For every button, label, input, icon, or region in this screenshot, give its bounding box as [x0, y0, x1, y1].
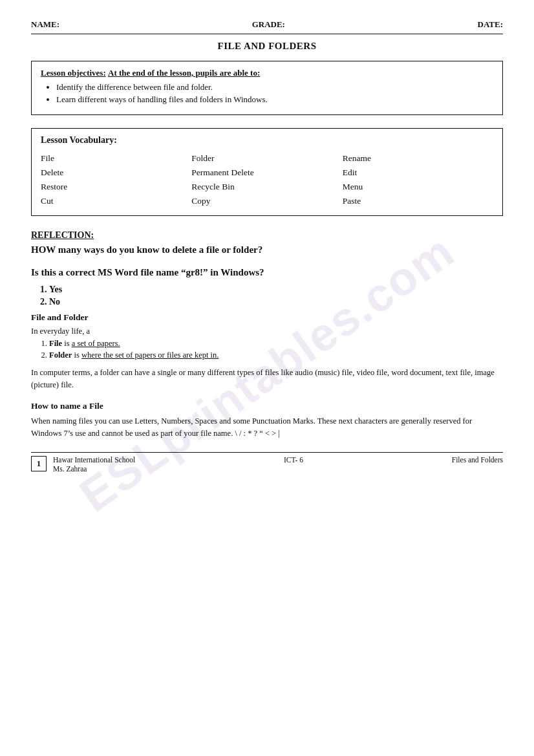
file-folder-title: File and Folder	[31, 312, 503, 323]
vocabulary-grid: File Folder Rename Delete Permanent Dele…	[41, 153, 493, 206]
vocab-word-8: Menu	[343, 182, 493, 192]
vocab-word-11: Paste	[343, 196, 493, 206]
how-to-name-section: How to name a File When naming files you…	[31, 401, 503, 440]
def-folder-bold: Folder	[49, 351, 72, 360]
objectives-intro-text: At the end of the lesson, pupils are abl…	[108, 68, 260, 78]
footer-school: Hawar International School	[53, 456, 135, 464]
def-file-bold: File	[49, 339, 62, 348]
answer-no: No	[49, 297, 503, 307]
footer-col-school: Hawar International School Ms. Zahraa	[53, 456, 135, 473]
name-label: NAME:	[31, 19, 59, 30]
objectives-label: Lesson objectives:	[41, 68, 106, 78]
vocab-word-1: Folder	[191, 153, 342, 164]
vocab-word-7: Recycle Bin	[191, 182, 342, 192]
def-file-underline: a set of papers.	[72, 339, 120, 348]
answer-list: Yes No	[31, 285, 503, 307]
msword-question: Is this a correct MS Word file name “gr8…	[31, 267, 503, 278]
vocabulary-box: Lesson Vocabulary: File Folder Rename De…	[31, 128, 503, 216]
def-file: File is a set of papers.	[49, 339, 503, 349]
footer-col-topic: Files and Folders	[452, 456, 503, 473]
page-number: 1	[31, 456, 47, 471]
footer-col-subject: ICT- 6	[284, 456, 303, 473]
file-folder-intro: In everyday life, a	[31, 327, 503, 336]
vocab-word-3: Delete	[41, 167, 191, 178]
answer-yes: Yes	[49, 285, 503, 295]
vocab-word-2: Rename	[343, 153, 493, 164]
vocab-word-10: Copy	[191, 196, 342, 206]
how-to-name-title: How to name a File	[31, 401, 503, 411]
file-folder-paragraph: In computer terms, a folder can have a s…	[31, 367, 503, 392]
definitions-list: File is a set of papers. Folder is where…	[31, 339, 503, 360]
def-folder-text: is	[72, 351, 81, 360]
file-folder-section: File and Folder In everyday life, a File…	[31, 312, 503, 392]
objective-item-1: Identify the difference between file and…	[56, 82, 493, 92]
vocab-word-5: Edit	[343, 167, 493, 178]
grade-label: GRADE:	[252, 19, 285, 30]
def-file-text: is	[62, 339, 72, 348]
reflection-question: HOW many ways do you know to delete a fi…	[31, 244, 503, 255]
footer-columns: Hawar International School Ms. Zahraa IC…	[53, 456, 503, 473]
objective-item-2: Learn different ways of handling files a…	[56, 94, 493, 105]
date-label: DATE:	[478, 19, 503, 30]
reflection-section: REFLECTION: HOW many ways do you know to…	[31, 230, 503, 255]
vocab-word-4: Permanent Delete	[191, 167, 342, 178]
reflection-label: REFLECTION:	[31, 230, 503, 241]
footer-topic: Files and Folders	[452, 456, 503, 464]
how-to-name-paragraph: When naming files you can use Letters, N…	[31, 415, 503, 440]
vocab-word-0: File	[41, 153, 191, 164]
objectives-box: Lesson objectives: At the end of the les…	[31, 61, 503, 115]
objectives-list: Identify the difference between file and…	[41, 82, 493, 105]
footer: 1 Hawar International School Ms. Zahraa …	[31, 452, 503, 473]
footer-subject: ICT- 6	[284, 456, 303, 464]
msword-section: Is this a correct MS Word file name “gr8…	[31, 267, 503, 307]
objectives-title: Lesson objectives: At the end of the les…	[41, 68, 493, 78]
page-title: FILE AND FOLDERS	[31, 41, 503, 52]
vocab-word-6: Restore	[41, 182, 191, 192]
def-folder: Folder is where the set of papers or fil…	[49, 351, 503, 360]
footer-teacher: Ms. Zahraa	[53, 465, 135, 473]
def-folder-underline: where the set of papers or files are kep…	[81, 351, 219, 360]
vocab-word-9: Cut	[41, 196, 191, 206]
header: NAME: GRADE: DATE:	[31, 19, 503, 34]
vocabulary-title: Lesson Vocabulary:	[41, 135, 493, 146]
